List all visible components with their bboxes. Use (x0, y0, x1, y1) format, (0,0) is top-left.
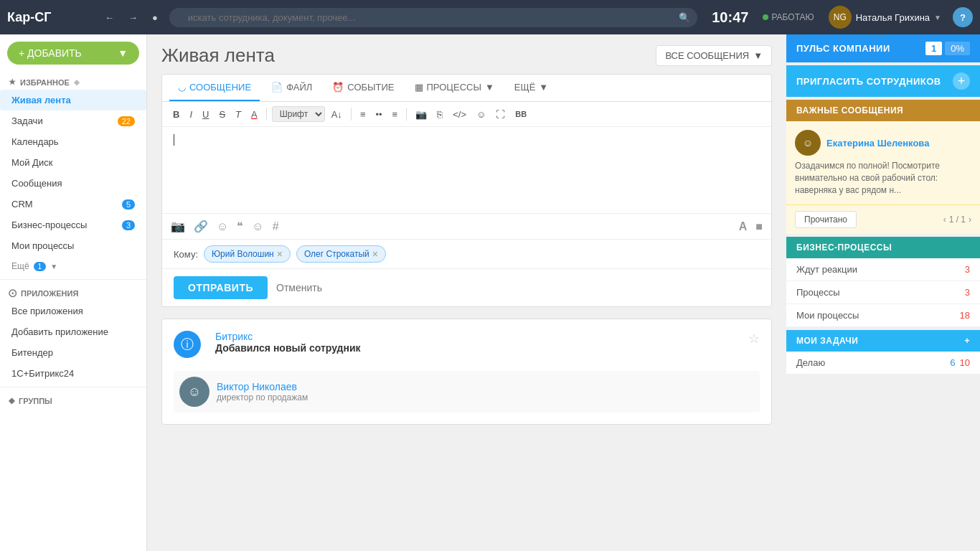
refresh-button[interactable]: ● (148, 9, 162, 26)
page-indicator: 1 / 1 (949, 215, 966, 225)
tab-message[interactable]: ◡ СООБЩЕНИЕ (169, 75, 260, 101)
important-title: ВАЖНЫЕ СООБЩЕНИЯ (796, 105, 903, 116)
image-button[interactable]: 📷 (412, 107, 430, 122)
important-card: ВАЖНЫЕ СООБЩЕНИЯ ☺ Екатерина Шеленкова О… (786, 100, 980, 234)
message-icon: ◡ (178, 82, 186, 93)
ul-button[interactable]: •• (372, 107, 385, 122)
emoji-button[interactable]: ☺ (473, 107, 489, 122)
italic-button[interactable]: I (186, 107, 196, 122)
toolbar-separator2 (351, 108, 352, 121)
person-card: ☺ Виктор Николаев директор по продажам (174, 371, 760, 413)
help-button[interactable]: ? (953, 7, 973, 27)
person-info: Виктор Николаев директор по продажам (217, 381, 308, 402)
sidebar-item-bitender[interactable]: Битендер (0, 342, 146, 363)
sidebar-item-tasks[interactable]: Задачи 22 (0, 110, 146, 131)
sidebar-item-feed[interactable]: Живая лента (0, 90, 146, 110)
tasks-row-1: Делаю 6 10 (786, 352, 980, 375)
chevron-down-icon: ▼ (539, 82, 548, 93)
sidebar-item-add-app[interactable]: Добавить приложение (0, 321, 146, 342)
italic2-button[interactable]: T (232, 107, 245, 122)
sidebar-item-all-apps[interactable]: Все приложения (0, 301, 146, 321)
tab-file[interactable]: 📄 ФАЙЛ (263, 75, 321, 101)
remove-recipient-icon[interactable]: × (277, 248, 283, 260)
remove-recipient-icon[interactable]: × (372, 248, 378, 260)
mention-icon[interactable]: ☺ (252, 220, 263, 233)
important-avatar: ☺ (795, 130, 821, 156)
more-label: Ещё (11, 261, 29, 271)
sidebar-item-messages[interactable]: Сообщения (0, 173, 146, 194)
star-button[interactable]: ☆ (748, 331, 760, 347)
color-button[interactable]: A (248, 107, 261, 122)
sidebar-item-label: Мой Диск (11, 157, 52, 168)
strikethrough-button[interactable]: S (215, 107, 229, 122)
sidebar-item-1c[interactable]: 1С+Битрикс24 (0, 363, 146, 384)
tab-event[interactable]: ⏰ СОБЫТИЕ (324, 75, 402, 101)
topbar-nav: ← → ● (100, 9, 162, 26)
ol-button[interactable]: ≡ (357, 107, 369, 122)
user-menu[interactable]: NG Наталья Грихина ▼ (829, 6, 941, 29)
fontsize-button[interactable]: A↓ (328, 107, 346, 122)
sidebar-item-my-processes[interactable]: Мои процессы (0, 235, 146, 256)
biz-row-1: Ждут реакции 3 (786, 258, 980, 281)
right-panel: ПУЛЬС КОМПАНИИ 1 0% ПРИГЛАСИТЬ СОТРУДНИК… (786, 34, 980, 551)
tasks-add-button[interactable]: + (964, 336, 970, 346)
divider (0, 279, 146, 280)
composer-body[interactable] (162, 127, 771, 213)
underline-button[interactable]: U (199, 107, 212, 122)
favorites-label: ИЗБРАННОЕ (20, 78, 70, 87)
bold-button[interactable]: B (169, 107, 183, 122)
send-button[interactable]: ОТПРАВИТЬ (174, 276, 268, 299)
status-indicator: РАБОТАЮ (763, 12, 814, 22)
sidebar-more[interactable]: Ещё 1 ▼ (0, 256, 146, 276)
tab-more[interactable]: ЕЩЁ ▼ (506, 75, 557, 101)
code-button[interactable]: </> (449, 107, 470, 122)
sticker-icon[interactable]: ☺ (217, 220, 228, 233)
sidebar-item-disk[interactable]: Мой Диск (0, 152, 146, 173)
important-author[interactable]: Екатерина Шеленкова (826, 138, 929, 149)
sidebar-item-biz-process[interactable]: Бизнес-процессы 3 (0, 215, 146, 235)
important-header: ВАЖНЫЕ СООБЩЕНИЯ (786, 100, 980, 121)
tag-icon[interactable]: # (273, 220, 279, 233)
feed-item-info: Битрикс Добавился новый сотрудник (215, 331, 361, 354)
tab-processes[interactable]: ▦ ПРОЦЕССЫ ▼ (406, 75, 503, 101)
quote-icon[interactable]: ❝ (237, 220, 243, 233)
link-icon[interactable]: 🔗 (194, 220, 208, 233)
next-icon[interactable]: › (969, 215, 971, 225)
sidebar-item-label: Все приложения (11, 306, 83, 316)
post-composer: ◡ СООБЩЕНИЕ 📄 ФАЙЛ ⏰ СОБЫТИЕ ▦ ПРОЦЕССЫ … (161, 74, 772, 307)
invite-plus-button[interactable]: + (953, 72, 970, 90)
cancel-button[interactable]: Отменить (276, 282, 322, 293)
chevron-down-icon: ▼ (934, 14, 941, 22)
sidebar-item-crm[interactable]: CRM 5 (0, 194, 146, 215)
font-select[interactable]: Шрифт (272, 106, 325, 122)
forward-button[interactable]: → (124, 9, 142, 26)
person-name[interactable]: Виктор Николаев (217, 381, 308, 392)
favorites-close-icon: ◆ (74, 78, 80, 86)
status-label: РАБОТАЮ (771, 12, 814, 22)
toolbar-separator3 (406, 108, 407, 121)
chevron-icon: ▼ (50, 263, 57, 270)
fullscreen-button[interactable]: ⛶ (492, 107, 509, 122)
recipient-tag-2[interactable]: Олег Строкатый × (296, 245, 386, 263)
bb-button[interactable]: BB (512, 108, 530, 121)
add-button[interactable]: + ДОБАВИТЬ ▼ (7, 42, 139, 65)
tasks-header: МОИ ЗАДАЧИ + (786, 330, 980, 352)
recipient-tag-1[interactable]: Юрий Волошин × (204, 245, 291, 263)
messages-filter[interactable]: ВСЕ СООБЩЕНИЯ ▼ (656, 45, 772, 66)
invite-card: ПРИГЛАСИТЬ СОТРУДНИКОВ + (786, 65, 980, 97)
prev-icon[interactable]: ‹ (943, 215, 946, 225)
layout: + ДОБАВИТЬ ▼ ★ ИЗБРАННОЕ ◆ Живая лента З… (0, 34, 980, 551)
expand-icon[interactable]: ■ (755, 220, 763, 233)
table-button[interactable]: ⎘ (433, 107, 446, 122)
search-input[interactable] (176, 8, 676, 27)
sidebar-item-calendar[interactable]: Календарь (0, 131, 146, 152)
read-button[interactable]: Прочитано (795, 211, 857, 228)
back-button[interactable]: ← (100, 9, 118, 26)
avatar: NG (829, 6, 852, 29)
sidebar: + ДОБАВИТЬ ▼ ★ ИЗБРАННОЕ ◆ Живая лента З… (0, 34, 147, 551)
indent-button[interactable]: ≡ (389, 107, 402, 122)
biz-row-2: Процессы 3 (786, 281, 980, 304)
text-icon[interactable]: A (739, 220, 748, 233)
user-name: Наталья Грихина (856, 12, 930, 23)
attach-icon[interactable]: 📷 (171, 220, 185, 233)
